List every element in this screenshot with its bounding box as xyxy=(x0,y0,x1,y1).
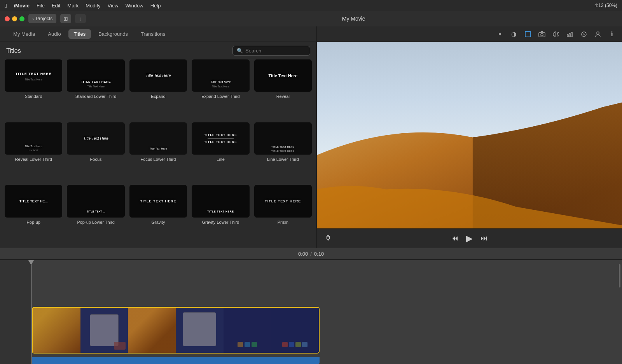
svg-point-7 xyxy=(597,32,599,34)
dialog-overlay xyxy=(90,314,119,346)
timeline-gutter xyxy=(0,260,31,364)
menu-view[interactable]: View xyxy=(108,3,119,9)
magic-wand-icon[interactable]: ✦ xyxy=(494,29,505,40)
title-thumbnail-standard-lower-third: TITLE TEXT HERE Title Text Here xyxy=(67,59,124,92)
clip-frame-2 xyxy=(80,308,128,353)
projects-button[interactable]: ‹ Projects xyxy=(28,14,56,23)
title-card-line-lower-third[interactable]: TITLE TEXT HERE TITLE TEXT HERE Line Low… xyxy=(254,122,312,181)
app-menu-imovie[interactable]: iMovie xyxy=(14,3,29,9)
title-card-gravity[interactable]: TITLE TEXT HERE Gravity xyxy=(129,185,187,243)
playback-controls: 🎙 ⏮ ▶ ⏭ xyxy=(317,228,622,248)
menu-bar:  iMovie File Edit Mark Modify View Wind… xyxy=(0,0,622,11)
title-card-label: Prism xyxy=(278,220,288,225)
menu-edit[interactable]: Edit xyxy=(52,3,60,9)
title-card-label: Pop-up xyxy=(26,220,40,225)
title-card-label: Standard Lower Third xyxy=(75,94,117,99)
title-thumbnail-gravity-lower-third: TITLE TEXT HERE xyxy=(192,185,249,217)
speed-icon[interactable] xyxy=(578,29,589,40)
video-clip[interactable] xyxy=(32,307,320,354)
menu-file[interactable]: File xyxy=(37,3,45,9)
title-thumbnail-expand-lower-third: Title Text Here Title Text Here xyxy=(192,59,249,92)
title-card-expand-lower-third[interactable]: Title Text Here Title Text Here Expand L… xyxy=(192,59,249,118)
title-card-popup[interactable]: TITLE TEXT He... Pop-up xyxy=(5,185,62,243)
skip-back-button[interactable]: ⏮ xyxy=(451,234,458,242)
search-input[interactable] xyxy=(245,48,306,54)
skip-forward-button[interactable]: ⏭ xyxy=(480,234,487,242)
menu-modify[interactable]: Modify xyxy=(86,3,100,9)
title-card-expand[interactable]: Title Text Here Expand xyxy=(129,59,187,118)
mic-button[interactable]: 🎙 xyxy=(325,234,332,242)
tab-my-media[interactable]: My Media xyxy=(8,29,40,39)
title-thumbnail-expand: Title Text Here xyxy=(129,59,187,92)
tab-titles[interactable]: Titles xyxy=(68,29,91,39)
close-button[interactable] xyxy=(5,16,10,21)
storyboard-button[interactable]: ⊞ xyxy=(60,14,71,23)
title-card-standard-lower-third[interactable]: TITLE TEXT HERE Title Text Here Standard… xyxy=(67,59,124,118)
titles-heading: Titles xyxy=(6,47,21,54)
total-time: 0:10 xyxy=(314,251,324,257)
title-card-label: Gravity Lower Third xyxy=(202,220,239,225)
current-time: 0:00 xyxy=(298,251,308,257)
title-thumbnail-focus: Title Text Here xyxy=(67,122,124,155)
play-button[interactable]: ▶ xyxy=(466,233,473,244)
title-card-label: Line Lower Third xyxy=(267,157,299,162)
audio-icon[interactable] xyxy=(550,29,561,40)
title-thumbnail-gravity: TITLE TEXT HERE xyxy=(129,185,187,217)
tab-backgrounds[interactable]: Backgrounds xyxy=(93,29,133,39)
title-card-reveal-lower-third[interactable]: Title Text Here title TeXT Reveal Lower … xyxy=(5,122,62,181)
svg-rect-4 xyxy=(569,33,570,37)
camera-icon[interactable] xyxy=(536,29,547,40)
title-card-focus[interactable]: Title Text Here Focus xyxy=(67,122,124,181)
clip-frame-6 xyxy=(271,308,319,353)
menu-window[interactable]: Window xyxy=(125,3,143,9)
title-card-prism[interactable]: TITLE TEXT HERE Prism xyxy=(254,185,312,243)
title-card-label: Focus Lower Third xyxy=(141,157,176,162)
download-button[interactable]: ↓ xyxy=(75,14,86,23)
right-toolbar: ✦ ◑ xyxy=(317,26,622,42)
search-box[interactable]: 🔍 xyxy=(232,46,310,56)
chart-icon[interactable] xyxy=(564,29,575,40)
audio-bar xyxy=(32,357,320,364)
title-thumbnail-popup: TITLE TEXT He... xyxy=(5,185,62,217)
title-thumbnail-focus-lower-third: Title Text Here xyxy=(129,122,187,155)
title-card-label: Gravity xyxy=(152,220,165,225)
title-card-focus-lower-third[interactable]: Title Text Here Focus Lower Third xyxy=(129,122,187,181)
svg-rect-3 xyxy=(567,35,568,37)
title-card-standard[interactable]: TITLE TEXT HERE Title Text Here Standard xyxy=(5,59,62,118)
crop-icon[interactable] xyxy=(522,29,533,40)
title-card-line[interactable]: TITLE TEXT HERE TITLE TEXT HERE Line xyxy=(192,122,249,181)
menubar-time: 4:13 (50%) xyxy=(594,3,617,8)
titles-grid: TITLE TEXT HERE Title Text Here Standard… xyxy=(0,59,316,248)
minimize-button[interactable] xyxy=(12,16,17,21)
title-card-reveal[interactable]: Title Text Here Reveal xyxy=(254,59,312,118)
movie-title: My Movie xyxy=(90,16,617,22)
color-wheel-icon[interactable]: ◑ xyxy=(508,29,519,40)
menubar-right: 4:13 (50%) xyxy=(594,3,617,8)
info-icon[interactable]: ℹ xyxy=(606,29,617,40)
svg-rect-1 xyxy=(539,33,545,37)
playhead-line xyxy=(31,260,31,364)
title-thumbnail-reveal: Title Text Here xyxy=(254,59,312,92)
person-icon[interactable] xyxy=(592,29,603,40)
menu-mark[interactable]: Mark xyxy=(67,3,79,9)
svg-rect-5 xyxy=(571,32,572,37)
title-card-label: Expand Lower Third xyxy=(201,94,239,99)
title-card-label: Expand xyxy=(151,94,165,99)
tab-transitions[interactable]: Transitions xyxy=(135,29,171,39)
clip-frame-1 xyxy=(33,308,80,353)
timeline-scrollbar[interactable] xyxy=(619,264,620,287)
traffic-lights xyxy=(5,16,24,21)
menu-help[interactable]: Help xyxy=(150,3,161,9)
title-card-popup-lower-third[interactable]: TITLE TEXT ... Pop-up Lower Third xyxy=(67,185,124,243)
svg-rect-0 xyxy=(525,31,531,37)
tab-audio[interactable]: Audio xyxy=(42,29,66,39)
apple-menu[interactable]:  xyxy=(5,2,7,9)
title-thumbnail-line-lower-third: TITLE TEXT HERE TITLE TEXT HERE xyxy=(254,122,312,155)
video-preview xyxy=(317,42,622,228)
maximize-button[interactable] xyxy=(19,16,24,21)
title-card-gravity-lower-third[interactable]: TITLE TEXT HERE Gravity Lower Third xyxy=(192,185,249,243)
search-icon: 🔍 xyxy=(237,48,243,54)
time-separator: / xyxy=(310,251,312,257)
titles-header: Titles 🔍 xyxy=(0,42,316,59)
desert-scene xyxy=(317,42,622,228)
